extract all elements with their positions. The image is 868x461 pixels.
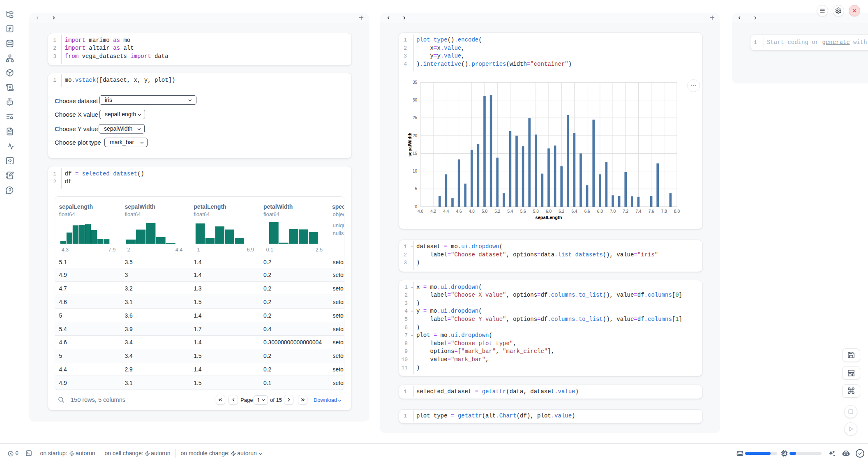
svg-text:5.6: 5.6 [520, 209, 526, 214]
svg-text:20: 20 [413, 134, 418, 138]
svg-text:4.8: 4.8 [469, 209, 475, 214]
svg-text:sepalWidth: sepalWidth [407, 132, 412, 157]
svg-text:8.0: 8.0 [674, 209, 680, 214]
svg-text:7.6: 7.6 [649, 209, 654, 214]
svg-text:0: 0 [415, 205, 417, 209]
svg-text:4.2: 4.2 [430, 209, 436, 214]
svg-text:4.0: 4.0 [418, 209, 423, 214]
svg-text:6.8: 6.8 [597, 209, 603, 214]
svg-text:7.2: 7.2 [623, 209, 628, 214]
svg-text:15: 15 [413, 151, 418, 156]
svg-text:6.0: 6.0 [546, 209, 552, 214]
svg-text:6.6: 6.6 [584, 209, 590, 214]
svg-text:7.8: 7.8 [661, 209, 667, 214]
svg-text:4.4: 4.4 [443, 209, 449, 214]
svg-text:6.4: 6.4 [571, 209, 577, 214]
svg-text:5.8: 5.8 [533, 209, 539, 214]
svg-text:5.2: 5.2 [494, 209, 500, 214]
svg-text:5.0: 5.0 [482, 209, 487, 214]
svg-text:25: 25 [413, 115, 418, 120]
svg-text:7.0: 7.0 [610, 209, 616, 214]
svg-text:35: 35 [413, 80, 418, 85]
svg-text:5.4: 5.4 [507, 209, 513, 214]
svg-text:10: 10 [413, 169, 418, 173]
svg-text:5: 5 [415, 187, 417, 191]
svg-text:7.4: 7.4 [635, 209, 641, 214]
svg-text:30: 30 [413, 98, 418, 102]
svg-text:4.6: 4.6 [456, 209, 462, 214]
svg-text:sepalLength: sepalLength [536, 215, 562, 220]
svg-text:6.2: 6.2 [559, 209, 564, 214]
